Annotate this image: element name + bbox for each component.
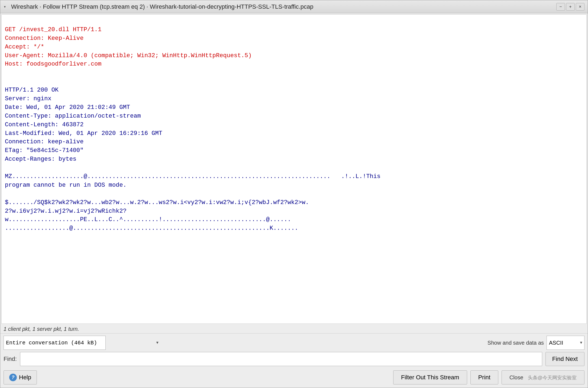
main-window: ▾ Wireshark · Follow HTTP Stream (tcp.st… bbox=[0, 0, 588, 388]
response-line: HTTP/1.1 200 OK Server: nginx Date: Wed,… bbox=[5, 87, 380, 232]
app-icon: ▾ bbox=[4, 4, 9, 9]
print-button[interactable]: Print bbox=[470, 370, 498, 384]
title-bar-left: ▾ Wireshark · Follow HTTP Stream (tcp.st… bbox=[4, 3, 313, 10]
show-save-label: Show and save data as bbox=[487, 340, 544, 346]
close-window-button[interactable]: × bbox=[576, 3, 584, 11]
help-icon: ? bbox=[9, 374, 17, 381]
find-next-button[interactable]: Find Next bbox=[545, 352, 584, 366]
ascii-select[interactable]: ASCII Hex Dump C Arrays Raw bbox=[547, 336, 584, 350]
help-button[interactable]: ? Help bbox=[4, 370, 37, 384]
status-text: 1 client pkt, 1 server pkt, 1 turn. bbox=[4, 326, 79, 332]
filter-out-button[interactable]: Filter Out This Stream bbox=[393, 370, 467, 384]
stream-content: GET /invest_20.dll HTTP/1.1 Connection: … bbox=[2, 15, 586, 244]
stream-display[interactable]: GET /invest_20.dll HTTP/1.1 Connection: … bbox=[1, 14, 587, 324]
title-bar: ▾ Wireshark · Follow HTTP Stream (tcp.st… bbox=[0, 0, 588, 13]
bottom-controls: Entire conversation (464 kB) Client pack… bbox=[0, 333, 588, 388]
conversation-select[interactable]: Entire conversation (464 kB) Client pack… bbox=[4, 336, 106, 350]
request-line: GET /invest_20.dll HTTP/1.1 Connection: … bbox=[5, 26, 252, 68]
close-button[interactable]: Close 头条@今天网安实验室 bbox=[502, 370, 584, 384]
find-row: Find: Find Next bbox=[4, 352, 584, 366]
maximize-button[interactable]: + bbox=[566, 3, 575, 11]
status-bar: 1 client pkt, 1 server pkt, 1 turn. bbox=[0, 325, 588, 333]
conversation-row: Entire conversation (464 kB) Client pack… bbox=[4, 336, 584, 350]
action-center-buttons: Filter Out This Stream Print Close 头条@今天… bbox=[393, 370, 584, 384]
ascii-select-wrapper: ASCII Hex Dump C Arrays Raw bbox=[547, 336, 584, 350]
content-area: GET /invest_20.dll HTTP/1.1 Connection: … bbox=[0, 13, 588, 388]
action-row: ? Help Filter Out This Stream Print Clos… bbox=[4, 368, 584, 386]
minimize-button[interactable]: − bbox=[556, 3, 565, 11]
conversation-select-wrapper: Entire conversation (464 kB) Client pack… bbox=[4, 336, 161, 350]
window-title: Wireshark · Follow HTTP Stream (tcp.stre… bbox=[11, 3, 313, 10]
find-label: Find: bbox=[4, 355, 17, 363]
window-controls: − + × bbox=[556, 3, 584, 11]
help-label: Help bbox=[19, 374, 31, 381]
watermark-overlay: Close 头条@今天网安实验室 bbox=[509, 374, 577, 380]
show-save-row: Show and save data as ASCII Hex Dump C A… bbox=[487, 336, 584, 350]
find-input[interactable] bbox=[20, 352, 542, 366]
